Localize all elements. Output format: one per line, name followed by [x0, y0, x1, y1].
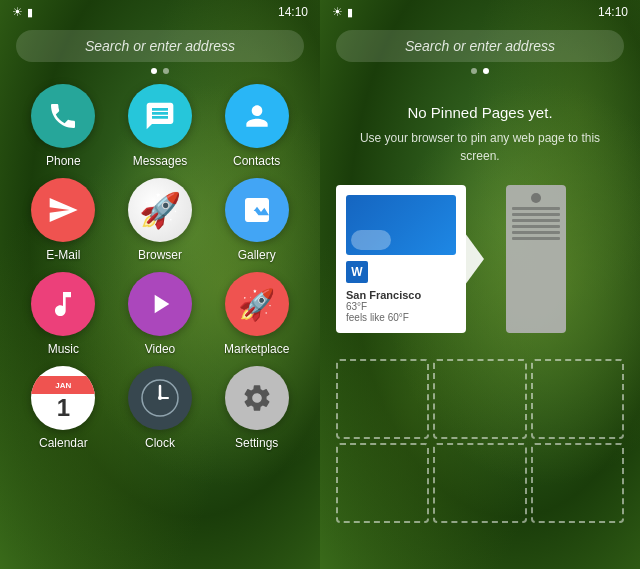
- messages-label: Messages: [133, 154, 188, 168]
- dot-2: [163, 68, 169, 74]
- clock-svg: [140, 378, 180, 418]
- battery-icon-right: ▮: [347, 6, 353, 19]
- weather-city: San Francisco: [346, 289, 456, 301]
- gallery-label: Gallery: [238, 248, 276, 262]
- app-gallery[interactable]: Gallery: [213, 178, 300, 262]
- app-browser[interactable]: 🚀 Browser: [117, 178, 204, 262]
- video-icon: [128, 272, 192, 336]
- grid-line-2: [512, 213, 560, 216]
- dashed-cell-2: [433, 359, 526, 439]
- messages-icon: [128, 84, 192, 148]
- apps-grid: Phone Messages Contacts: [0, 84, 320, 450]
- status-icons-right: ☀ ▮: [332, 5, 353, 19]
- app-phone[interactable]: Phone: [20, 84, 107, 168]
- page-dots-right: [320, 68, 640, 74]
- calendar-label: Calendar: [39, 436, 88, 450]
- app-music[interactable]: Music: [20, 272, 107, 356]
- app-calendar[interactable]: JAN 1 Calendar: [20, 366, 107, 450]
- weather-widget[interactable]: W San Francisco 63°F feels like 60°F: [336, 185, 466, 333]
- page-dots-left: [0, 68, 320, 74]
- arrow-icon: [462, 229, 484, 289]
- dashed-cell-4: [336, 443, 429, 523]
- app-settings[interactable]: Settings: [213, 366, 300, 450]
- dot-right-2: [483, 68, 489, 74]
- weather-card: W San Francisco 63°F feels like 60°F: [336, 185, 466, 333]
- music-icon: [31, 272, 95, 336]
- dashed-cell-3: [531, 359, 624, 439]
- calendar-icon: JAN 1: [31, 366, 95, 430]
- browser-label: Browser: [138, 248, 182, 262]
- search-bar-left[interactable]: Search or enter address: [16, 30, 304, 62]
- email-label: E-Mail: [46, 248, 80, 262]
- pinned-title: No Pinned Pages yet.: [350, 104, 610, 121]
- marketplace-icon: 🚀: [225, 272, 289, 336]
- sun-icon-right: ☀: [332, 5, 343, 19]
- grid-line-3: [512, 219, 560, 222]
- grid-lines: [512, 207, 560, 240]
- pinned-message: No Pinned Pages yet. Use your browser to…: [320, 84, 640, 175]
- status-bar-right: ☀ ▮ 14:10: [320, 0, 640, 24]
- grid-preview-widget: [506, 185, 566, 333]
- time-left: 14:10: [278, 5, 308, 19]
- dashed-cell-6: [531, 443, 624, 523]
- grid-line-5: [512, 231, 560, 234]
- clock-label: Clock: [145, 436, 175, 450]
- rocket-emoji: 🚀: [139, 190, 181, 230]
- weather-temp: 63°F: [346, 301, 456, 312]
- dot-1: [151, 68, 157, 74]
- dashed-cell-1: [336, 359, 429, 439]
- browser-icon: 🚀: [128, 178, 192, 242]
- gallery-icon: [225, 178, 289, 242]
- video-label: Video: [145, 342, 175, 356]
- music-label: Music: [48, 342, 79, 356]
- calendar-header: JAN: [31, 376, 95, 394]
- weather-clouds: [351, 230, 391, 250]
- dashed-grid: [320, 359, 640, 523]
- widget-row: W San Francisco 63°F feels like 60°F: [336, 185, 624, 333]
- dot-right-1: [471, 68, 477, 74]
- grid-line-1: [512, 207, 560, 210]
- status-icons-left: ☀ ▮: [12, 5, 33, 19]
- phone-label: Phone: [46, 154, 81, 168]
- search-bar-right[interactable]: Search or enter address: [336, 30, 624, 62]
- clock-icon-container: [128, 366, 192, 430]
- contacts-icon: [225, 84, 289, 148]
- weather-feels-like: feels like 60°F: [346, 312, 456, 323]
- app-email[interactable]: E-Mail: [20, 178, 107, 262]
- settings-label: Settings: [235, 436, 278, 450]
- marketplace-label: Marketplace: [224, 342, 289, 356]
- sun-icon: ☀: [12, 5, 23, 19]
- pinned-desc: Use your browser to pin any web page to …: [350, 129, 610, 165]
- phone-icon: [31, 84, 95, 148]
- grid-line-4: [512, 225, 560, 228]
- grid-line-6: [512, 237, 560, 240]
- dashed-cell-5: [433, 443, 526, 523]
- app-marketplace[interactable]: 🚀 Marketplace: [213, 272, 300, 356]
- left-panel: ☀ ▮ 14:10 Search or enter address Phone: [0, 0, 320, 569]
- app-messages[interactable]: Messages: [117, 84, 204, 168]
- contacts-label: Contacts: [233, 154, 280, 168]
- right-panel: ☀ ▮ 14:10 Search or enter address No Pin…: [320, 0, 640, 569]
- settings-icon: [225, 366, 289, 430]
- marketplace-emoji: 🚀: [238, 287, 275, 322]
- weather-header: W: [346, 261, 456, 283]
- status-bar-left: ☀ ▮ 14:10: [0, 0, 320, 24]
- time-right: 14:10: [598, 5, 628, 19]
- email-icon: [31, 178, 95, 242]
- battery-icon-left: ▮: [27, 6, 33, 19]
- app-clock[interactable]: Clock: [117, 366, 204, 450]
- app-video[interactable]: Video: [117, 272, 204, 356]
- word-icon: W: [346, 261, 368, 283]
- widgets-area: W San Francisco 63°F feels like 60°F: [320, 175, 640, 353]
- app-contacts[interactable]: Contacts: [213, 84, 300, 168]
- grid-dot: [531, 193, 541, 203]
- weather-background: [346, 195, 456, 255]
